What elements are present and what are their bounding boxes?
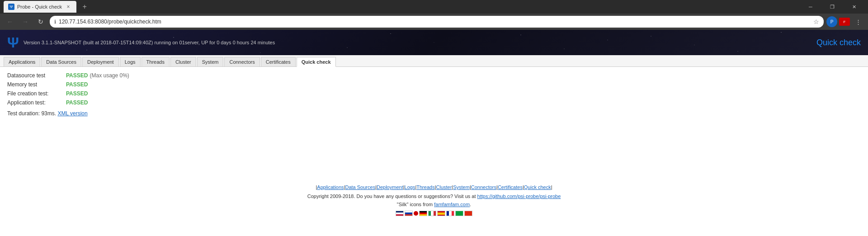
version-text: Version 3.1.1-SNAPSHOT (built at 2018-07… [24,40,200,45]
uptime-text: UP for 0 days 0 hours 24 minutes [201,40,275,45]
new-tab-button[interactable]: + [78,1,91,13]
minimize-button[interactable]: ─ [800,0,821,14]
tab-certificates[interactable]: Certificates [261,57,296,66]
file-label: File creation test: [7,90,66,97]
reload-button[interactable]: ↻ [34,15,47,28]
url-text: 120.77.154.63:8080/probe/quickcheck.htm [59,19,811,25]
close-button[interactable]: ✕ [844,0,864,14]
footer-link-datasources[interactable]: Data Sources [345,184,375,190]
memory-label: Memory test [7,81,66,88]
datasource-label: Datasource test [7,72,66,79]
footer-link-system[interactable]: System [453,184,470,190]
footer-link-quickcheck[interactable]: Quick check [524,184,551,190]
flag-br[interactable] [455,211,463,216]
flag-row [9,211,859,216]
datasource-test-row: Datasource test PASSED (Max usage 0%) [7,72,861,79]
content-area: Datasource test PASSED (Max usage 0%) Me… [0,67,868,157]
flag-uk[interactable] [396,211,404,216]
url-bar[interactable]: ℹ 120.77.154.63:8080/probe/quickcheck.ht… [50,16,824,28]
file-status: PASSED [66,90,88,97]
flag-ru[interactable] [405,211,413,216]
footer-link-connectors[interactable]: Connectors [471,184,496,190]
tab-applications[interactable]: Applications [4,57,40,66]
psi-logo: Ψ [7,35,19,50]
address-bar-right: P F ⋮ [826,15,864,28]
app-test-row: Application test: PASSED [7,99,861,106]
url-info-icon: ℹ [54,19,56,25]
window-controls: ─ ❐ ✕ [800,0,864,14]
browser-chrome: Ψ Probe - Quick check × + ─ ❐ ✕ ← → ↻ ℹ … [0,0,868,30]
tab-system[interactable]: System [197,57,224,66]
footer: |Applications|Data Sources|Deployment|Lo… [0,175,868,225]
flag-es[interactable] [437,211,445,216]
tab-favicon: Ψ [8,4,14,10]
footer-link-logs[interactable]: Logs [405,184,415,190]
page-header: Ψ Version 3.1.1-SNAPSHOT (built at 2018-… [0,30,868,55]
flag-de[interactable] [419,211,427,216]
back-button[interactable]: ← [4,15,16,28]
footer-link-certificates[interactable]: Certificates [498,184,523,190]
duration-text: Test duration: 93ms. [7,110,56,117]
footer-link-applications[interactable]: Applications [317,184,344,190]
memory-test-row: Memory test PASSED [7,81,861,88]
famfam-link[interactable]: famfamfam.com [434,202,470,207]
app-label: Application test: [7,99,66,106]
tab-cluster[interactable]: Cluster [170,57,196,66]
copyright-text: Copyright 2009-2018. Do you have any que… [307,194,476,199]
tab-logs[interactable]: Logs [120,57,141,66]
flag-cn[interactable] [464,211,472,216]
tab-data-sources[interactable]: Data Sources [41,57,81,66]
browser-menu-button[interactable]: ⋮ [852,15,864,28]
datasource-detail: (Max usage 0%) [90,72,129,79]
silk-text: "Silk" icons from [397,202,433,207]
footer-period: . [470,202,471,207]
footer-link-deployment[interactable]: Deployment [377,184,403,190]
browser-flag-icon[interactable]: F [839,18,850,26]
github-link[interactable]: https://github.com/psi-probe/psi-probe [477,194,561,199]
flag-dot[interactable] [414,211,418,216]
bookmark-icon[interactable]: ☆ [813,18,819,25]
tab-connectors[interactable]: Connectors [224,57,259,66]
footer-link-cluster[interactable]: Cluster [436,184,452,190]
app-status: PASSED [66,99,88,106]
xml-version-link[interactable]: XML version [57,110,87,117]
title-bar: Ψ Probe - Quick check × + ─ ❐ ✕ [0,0,868,14]
tab-title: Probe - Quick check [17,4,62,9]
address-bar: ← → ↻ ℹ 120.77.154.63:8080/probe/quickch… [0,14,868,30]
forward-button[interactable]: → [19,15,32,28]
footer-link-threads[interactable]: Threads [416,184,434,190]
footer-copyright-row: Copyright 2009-2018. Do you have any que… [9,194,859,199]
footer-nav: |Applications|Data Sources|Deployment|Lo… [9,184,859,190]
browser-tab[interactable]: Ψ Probe - Quick check × [4,1,76,13]
datasource-status: PASSED [66,72,88,79]
tab-deployment[interactable]: Deployment [82,57,119,66]
version-info: Version 3.1.1-SNAPSHOT (built at 2018-07… [24,39,275,46]
nav-tabs: Applications Data Sources Deployment Log… [0,55,868,67]
footer-silk-row: "Silk" icons from famfamfam.com. [9,202,859,207]
tab-close-button[interactable]: × [65,3,72,10]
file-test-row: File creation test: PASSED [7,90,861,97]
tab-threads[interactable]: Threads [142,57,170,66]
memory-status: PASSED [66,81,88,88]
flag-fr[interactable] [446,211,454,216]
flag-it[interactable] [428,211,436,216]
tab-quick-check[interactable]: Quick check [297,57,336,67]
page-title: Quick check [816,38,861,47]
profile-icon[interactable]: P [826,16,837,27]
logo-area: Ψ Version 3.1.1-SNAPSHOT (built at 2018-… [7,35,275,50]
test-duration-row: Test duration: 93ms. XML version [7,110,861,117]
restore-button[interactable]: ❐ [822,0,843,14]
page: Ψ Version 3.1.1-SNAPSHOT (built at 2018-… [0,30,868,236]
